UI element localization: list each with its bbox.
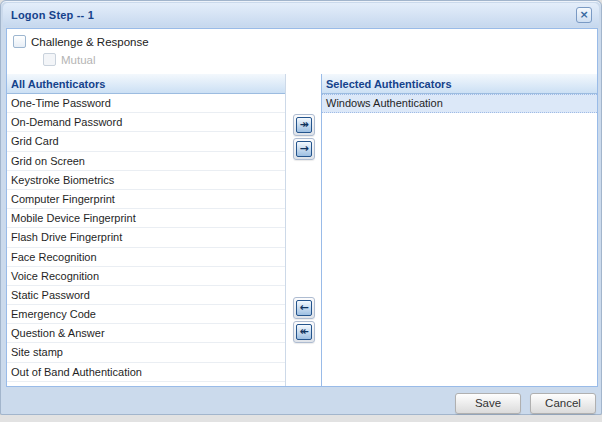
challenge-response-label: Challenge & Response	[31, 36, 149, 48]
list-item[interactable]: Grid on Screen	[7, 152, 285, 171]
mutual-checkbox	[43, 53, 56, 66]
all-authenticators-list: All Authenticators One-Time PasswordOn-D…	[7, 74, 286, 386]
dialog-content: Challenge & Response Mutual All Authenti…	[6, 28, 598, 387]
all-authenticators-rows: One-Time PasswordOn-Demand PasswordGrid …	[7, 94, 285, 382]
all-authenticators-header: All Authenticators	[7, 74, 285, 94]
list-item[interactable]: Emergency Code	[7, 305, 285, 324]
arrow-right-icon: →	[296, 141, 312, 157]
mutual-label: Mutual	[61, 54, 96, 66]
move-right-button[interactable]: →	[293, 138, 315, 160]
list-item[interactable]: Windows Authentication	[322, 94, 597, 113]
double-arrow-right-icon: ↠	[296, 117, 312, 133]
list-item[interactable]: Flash Drive Fingerprint	[7, 228, 285, 247]
page-background	[0, 415, 602, 422]
list-item[interactable]: On-Demand Password	[7, 113, 285, 132]
list-item[interactable]: Keystroke Biometrics	[7, 171, 285, 190]
list-item[interactable]: One-Time Password	[7, 94, 285, 113]
mutual-checkbox-row: Mutual	[43, 53, 96, 66]
close-icon[interactable]: ×	[576, 7, 592, 23]
list-item[interactable]: Computer Fingerprint	[7, 190, 285, 209]
move-left-button[interactable]: ←	[293, 297, 315, 319]
list-item[interactable]: Site stamp	[7, 343, 285, 362]
arrow-left-icon: ←	[296, 300, 312, 316]
dialog-footer: Save Cancel	[3, 388, 599, 414]
move-all-left-button[interactable]: ↞	[293, 321, 315, 343]
challenge-response-checkbox[interactable]	[13, 35, 26, 48]
dialog-titlebar: Logon Step -- 1 ×	[3, 3, 599, 27]
challenge-response-checkbox-row: Challenge & Response	[13, 35, 149, 48]
dialog-title: Logon Step -- 1	[11, 9, 94, 21]
logon-step-dialog: Logon Step -- 1 × Challenge & Response M…	[0, 0, 602, 415]
list-item[interactable]: Question & Answer	[7, 324, 285, 343]
list-item[interactable]: Out of Band Authentication	[7, 363, 285, 382]
double-arrow-left-icon: ↞	[296, 324, 312, 340]
list-item[interactable]: Face Recognition	[7, 248, 285, 267]
list-item[interactable]: Static Password	[7, 286, 285, 305]
move-all-right-button[interactable]: ↠	[293, 114, 315, 136]
selected-authenticators-header: Selected Authenticators	[322, 74, 597, 94]
cancel-button[interactable]: Cancel	[530, 393, 596, 414]
list-item[interactable]: Grid Card	[7, 132, 285, 151]
selected-authenticators-list: Selected Authenticators Windows Authenti…	[321, 74, 597, 386]
selected-authenticators-rows: Windows Authentication	[322, 94, 597, 113]
save-button[interactable]: Save	[455, 393, 521, 414]
list-item[interactable]: Mobile Device Fingerprint	[7, 209, 285, 228]
list-item[interactable]: Voice Recognition	[7, 267, 285, 286]
